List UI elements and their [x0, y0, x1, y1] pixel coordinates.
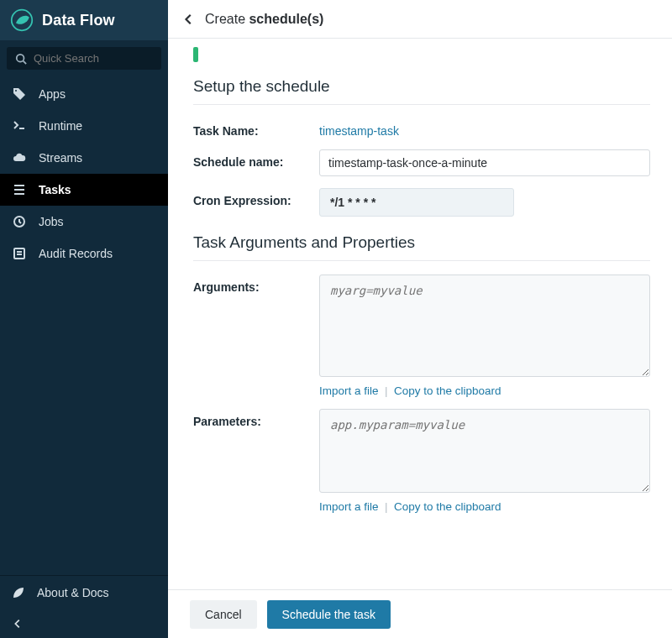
- sidebar-item-label: Runtime: [39, 119, 82, 133]
- arguments-copy-link[interactable]: Copy to the clipboard: [394, 384, 501, 397]
- brand: Data Flow: [0, 0, 168, 40]
- leaf-logo-icon: [10, 8, 34, 32]
- svg-point-1: [17, 54, 24, 61]
- sidebar: Data Flow Apps Runtime Streams: [0, 0, 168, 638]
- quick-search-input[interactable]: [34, 52, 153, 65]
- accent-bar: [193, 47, 198, 62]
- sidebar-item-runtime[interactable]: Runtime: [0, 110, 168, 142]
- sidebar-item-label: Audit Records: [39, 247, 113, 260]
- sidebar-item-apps[interactable]: Apps: [0, 78, 168, 110]
- cloud-icon: [12, 150, 27, 165]
- search-icon: [15, 53, 27, 65]
- cron-expression-display[interactable]: */1 * * * *: [319, 188, 514, 217]
- row-parameters: Parameters: Import a file | Copy to the …: [193, 409, 650, 513]
- arguments-import-link[interactable]: Import a file: [319, 384, 379, 397]
- content: Setup the schedule Task Name: timestamp-…: [168, 39, 672, 589]
- row-task-name: Task Name: timestamp-task: [193, 118, 650, 138]
- tag-icon: [12, 86, 27, 102]
- page-title: Create schedule(s): [205, 12, 323, 27]
- sidebar-item-label: Streams: [39, 151, 82, 165]
- sidebar-item-label: Apps: [39, 87, 66, 101]
- arguments-label: Arguments:: [193, 275, 319, 294]
- arguments-textarea[interactable]: [319, 275, 650, 377]
- chevron-left-icon: [12, 618, 156, 630]
- schedule-name-input[interactable]: [319, 149, 650, 176]
- cancel-button[interactable]: Cancel: [190, 600, 257, 629]
- tasks-icon: [12, 182, 27, 197]
- sidebar-item-jobs[interactable]: Jobs: [0, 206, 168, 238]
- topbar: Create schedule(s): [168, 0, 672, 39]
- clock-icon: [12, 214, 27, 229]
- main: Create schedule(s) Setup the schedule Ta…: [168, 0, 672, 638]
- sidebar-footer: About & Docs: [0, 575, 168, 638]
- sidebar-item-label: About & Docs: [37, 586, 109, 599]
- sidebar-item-about[interactable]: About & Docs: [0, 576, 168, 609]
- primary-nav: Apps Runtime Streams Tasks Jobs: [0, 78, 168, 575]
- page-title-bold: schedule(s): [249, 12, 323, 26]
- schedule-task-button[interactable]: Schedule the task: [267, 600, 391, 629]
- leaf-icon: [12, 586, 25, 599]
- parameters-actions: Import a file | Copy to the clipboard: [319, 500, 650, 513]
- collapse-sidebar-button[interactable]: [0, 609, 168, 638]
- parameters-label: Parameters:: [193, 409, 319, 428]
- records-icon: [12, 246, 27, 261]
- page-title-prefix: Create: [205, 12, 249, 26]
- schedule-name-label: Schedule name:: [193, 149, 319, 169]
- parameters-textarea[interactable]: [319, 409, 650, 493]
- brand-title: Data Flow: [42, 12, 115, 29]
- cron-label: Cron Expression:: [193, 188, 319, 207]
- section-title-setup: Setup the schedule: [193, 77, 650, 96]
- back-button[interactable]: [183, 13, 195, 25]
- arguments-actions: Import a file | Copy to the clipboard: [319, 384, 650, 397]
- quick-search[interactable]: [7, 47, 161, 70]
- task-name-label: Task Name:: [193, 118, 319, 138]
- sidebar-item-label: Tasks: [39, 183, 71, 196]
- sidebar-item-label: Jobs: [39, 215, 64, 228]
- divider: [193, 104, 650, 105]
- row-schedule-name: Schedule name:: [193, 149, 650, 176]
- sidebar-item-audit-records[interactable]: Audit Records: [0, 238, 168, 269]
- task-name-link[interactable]: timestamp-task: [319, 118, 399, 138]
- row-cron: Cron Expression: */1 * * * *: [193, 188, 650, 217]
- sidebar-item-streams[interactable]: Streams: [0, 142, 168, 174]
- parameters-copy-link[interactable]: Copy to the clipboard: [394, 500, 501, 513]
- parameters-import-link[interactable]: Import a file: [319, 500, 379, 513]
- sidebar-item-tasks[interactable]: Tasks: [0, 174, 168, 206]
- divider: [193, 260, 650, 261]
- section-title-args: Task Arguments and Properties: [193, 233, 650, 252]
- footer-actions: Cancel Schedule the task: [168, 589, 672, 638]
- terminal-icon: [12, 118, 27, 133]
- row-arguments: Arguments: Import a file | Copy to the c…: [193, 275, 650, 397]
